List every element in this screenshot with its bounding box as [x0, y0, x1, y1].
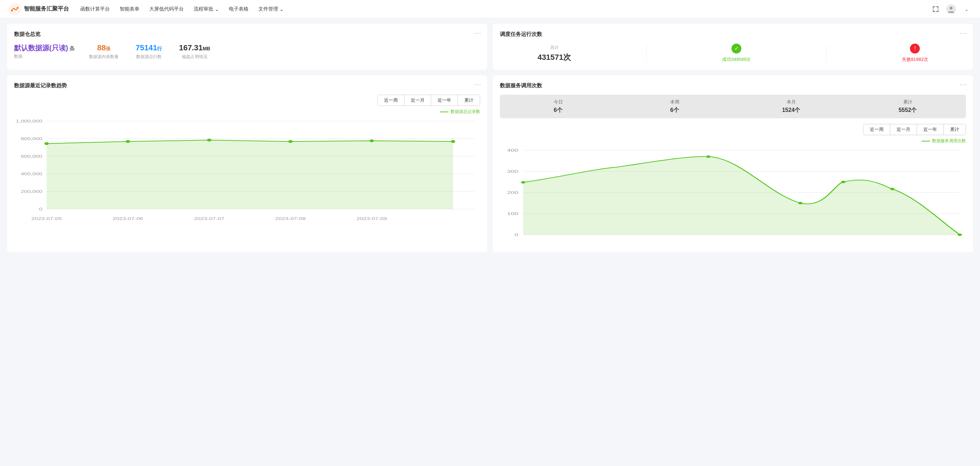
trend-filter-year[interactable]: 近一年: [431, 95, 458, 106]
svg-point-39: [706, 156, 710, 158]
data-source-info: 默认数据源(只读) 条 数据: [14, 43, 75, 59]
svg-text:400,000: 400,000: [21, 172, 42, 176]
svg-point-21: [370, 139, 374, 142]
svg-point-17: [45, 142, 49, 145]
task-run-title: 调度任务运行次数: [500, 31, 966, 38]
data-overview-card: 数据仓总览 ··· 默认数据源(只读) 条 数据 88张 数据源内表数量: [7, 24, 487, 70]
nav-right: ⌄: [931, 4, 972, 14]
trend-legend-line: [440, 111, 449, 112]
trend-filter-total[interactable]: 累计: [458, 95, 480, 106]
service-filter-month[interactable]: 近一月: [890, 124, 917, 135]
task-divider-2: [826, 45, 827, 62]
svg-point-19: [207, 139, 211, 142]
svg-point-40: [799, 202, 803, 205]
task-fail: ! 失败81982次: [902, 44, 928, 63]
svg-text:0: 0: [39, 207, 42, 211]
service-filter-year[interactable]: 近一年: [917, 124, 944, 135]
dropdown-arrow[interactable]: ⌄: [962, 4, 972, 14]
chevron-down-icon: ⌄: [280, 6, 284, 12]
svg-point-22: [451, 140, 455, 143]
data-stat-rows: 75141行 数据源总行数: [135, 43, 162, 60]
trend-legend-label: 数据源总记录数: [450, 109, 480, 115]
svg-point-20: [288, 140, 293, 143]
svg-point-4: [950, 7, 953, 10]
svg-point-42: [890, 188, 894, 191]
task-run-stats: 共计 431571次 ✓ 成功349589次 ! 失败81982次: [500, 43, 966, 63]
service-call-menu[interactable]: ···: [960, 81, 967, 88]
svg-text:1,000,000: 1,000,000: [16, 119, 42, 123]
trend-chart-card: 数据源最近记录数趋势 ··· 近一周 近一月 近一年 累计 数据源总记录数 1,…: [7, 75, 487, 252]
nav-link-bigscreen[interactable]: 大屏低代码平台: [149, 6, 184, 12]
service-stat-today: 今日 6个: [500, 95, 616, 118]
data-stat-tables: 88张 数据源内表数量: [89, 43, 119, 60]
nav-link-smartform[interactable]: 智能表单: [120, 6, 139, 12]
trend-filter-week[interactable]: 近一周: [378, 95, 404, 106]
service-call-card: 数据服务调用次数 ··· 今日 6个 本周 6个 本月 1524个 累计 555…: [493, 75, 973, 252]
service-stat-month: 本月 1524个: [733, 95, 850, 118]
service-filter-week[interactable]: 近一周: [864, 124, 890, 135]
fail-icon: !: [910, 44, 920, 54]
navbar: 智能服务汇聚平台 函数计算平台 智能表单 大屏低代码平台 流程审批 ⌄ 电子表格…: [0, 0, 980, 18]
svg-point-18: [126, 140, 130, 143]
service-stats-grid: 今日 6个 本周 6个 本月 1524个 累计 5552个: [500, 95, 966, 118]
user-avatar[interactable]: [946, 4, 956, 14]
service-filter-total[interactable]: 累计: [944, 124, 966, 135]
brand-logo: [8, 3, 21, 16]
main-content: 数据仓总览 ··· 默认数据源(只读) 条 数据 88张 数据源内表数量: [0, 18, 980, 258]
brand: 智能服务汇聚平台: [8, 3, 69, 16]
svg-point-2: [17, 7, 19, 8]
svg-text:200,000: 200,000: [21, 189, 42, 194]
trend-filter-buttons: 近一周 近一月 近一年 累计: [377, 95, 480, 106]
svg-text:600,000: 600,000: [21, 154, 42, 158]
service-filter-buttons: 近一周 近一月 近一年 累计: [863, 124, 966, 135]
task-divider-1: [646, 45, 647, 62]
task-total: 共计 431571次: [538, 43, 571, 63]
brand-name: 智能服务汇聚平台: [24, 5, 69, 13]
success-icon: ✓: [732, 44, 741, 54]
data-overview-menu[interactable]: ···: [474, 30, 482, 37]
nav-link-table[interactable]: 电子表格: [229, 6, 248, 12]
svg-point-38: [521, 181, 525, 184]
data-source-name: 默认数据源(只读) 条: [14, 43, 75, 53]
service-stat-total: 累计 5552个: [850, 95, 966, 118]
svg-point-1: [11, 10, 13, 11]
svg-text:2023-07-09: 2023-07-09: [356, 216, 387, 221]
data-overview-title: 数据仓总览: [14, 31, 480, 38]
svg-text:2023-07-08: 2023-07-08: [275, 216, 306, 221]
svg-point-43: [958, 234, 962, 236]
nav-link-functions[interactable]: 函数计算平台: [80, 6, 110, 12]
service-legend-line: [921, 141, 930, 142]
svg-text:2023-07-07: 2023-07-07: [194, 216, 224, 221]
trend-chart-title: 数据源最近记录数趋势: [14, 83, 480, 89]
service-chart-area: 400 300 200 100 0: [500, 145, 966, 245]
service-stat-week: 本周 6个: [616, 95, 733, 118]
svg-text:100: 100: [507, 212, 518, 216]
service-legend-label: 数据服务调用次数: [932, 138, 966, 144]
task-run-menu[interactable]: ···: [960, 30, 967, 37]
trend-chart-area: 1,000,000 800,000 600,000 400,000 200,00…: [14, 116, 480, 230]
svg-text:2023-07-05: 2023-07-05: [31, 216, 62, 221]
svg-point-41: [841, 181, 845, 183]
trend-filter-month[interactable]: 近一月: [404, 95, 431, 106]
fullscreen-button[interactable]: [931, 4, 940, 14]
nav-link-workflow[interactable]: 流程审批 ⌄: [194, 6, 219, 12]
svg-text:200: 200: [507, 191, 518, 195]
service-call-title: 数据服务调用次数: [500, 83, 966, 89]
svg-text:0: 0: [515, 233, 519, 237]
task-run-card: 调度任务运行次数 ··· 共计 431571次 ✓ 成功349589次 ! 失败…: [493, 24, 973, 70]
svg-text:300: 300: [507, 169, 518, 173]
data-stats-row: 88张 数据源内表数量 75141行 数据源总行数 167.31MB 磁盘占用情…: [89, 43, 210, 60]
chevron-down-icon: ⌄: [215, 6, 219, 12]
svg-text:800,000: 800,000: [21, 137, 42, 141]
svg-text:2023-07-06: 2023-07-06: [113, 216, 143, 221]
trend-chart-menu[interactable]: ···: [474, 81, 482, 88]
data-stat-disk: 167.31MB 磁盘占用情况: [179, 43, 210, 60]
nav-link-files[interactable]: 文件管理 ⌄: [258, 6, 284, 12]
svg-text:400: 400: [507, 148, 518, 153]
task-success: ✓ 成功349589次: [722, 44, 751, 63]
nav-links: 函数计算平台 智能表单 大屏低代码平台 流程审批 ⌄ 电子表格 文件管理 ⌄: [80, 6, 920, 12]
data-overview-content: 默认数据源(只读) 条 数据 88张 数据源内表数量 75141行 数据源总行数: [14, 43, 480, 60]
